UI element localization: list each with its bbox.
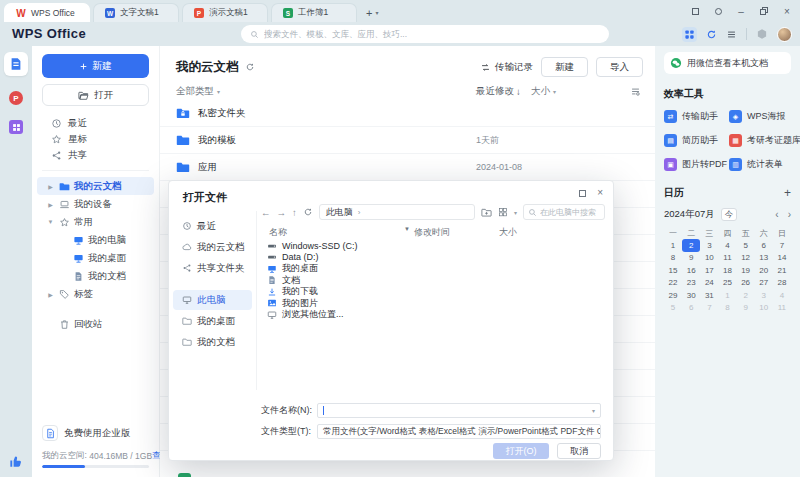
calendar-day[interactable]: 11 xyxy=(718,252,736,265)
dialog-file-row[interactable]: Windows-SSD (C:) xyxy=(261,240,605,252)
dialog-nav-my-cloud-docs[interactable]: 我的云文档 xyxy=(173,237,252,257)
hexagon-icon[interactable] xyxy=(756,28,768,40)
calendar-day[interactable]: 14 xyxy=(773,252,791,265)
calendar-day[interactable]: 3 xyxy=(755,289,773,302)
calendar-day[interactable]: 13 xyxy=(755,252,773,265)
global-search-bar[interactable] xyxy=(241,25,609,43)
dialog-nav-shared-folder[interactable]: 共享文件夹 xyxy=(173,258,252,278)
calendar-day[interactable]: 23 xyxy=(682,277,700,290)
calendar-day[interactable]: 24 xyxy=(700,277,718,290)
calendar-day[interactable]: 5 xyxy=(664,302,682,315)
tool-stats-form[interactable]: ▥统计表单 xyxy=(729,158,800,171)
tab-home[interactable]: WWPS Office xyxy=(4,3,90,22)
pdf-tools-icon[interactable]: P xyxy=(9,91,23,105)
calendar-next-button[interactable]: › xyxy=(788,209,791,220)
calendar-day[interactable]: 7 xyxy=(700,302,718,315)
dialog-maximize-button[interactable] xyxy=(579,190,586,197)
dock-window-button[interactable] xyxy=(688,4,702,18)
calendar-day[interactable]: 5 xyxy=(737,239,755,252)
calendar-day[interactable]: 2 xyxy=(682,239,700,252)
tool-exam-question-bank[interactable]: ▦考研考证题库 xyxy=(729,134,800,147)
calendar-day[interactable]: 29 xyxy=(664,289,682,302)
calendar-day[interactable]: 4 xyxy=(773,289,791,302)
close-button[interactable]: × xyxy=(780,4,794,18)
menu-icon[interactable] xyxy=(726,29,737,40)
calendar-day[interactable]: 7 xyxy=(773,239,791,252)
up-icon[interactable]: ↑ xyxy=(292,207,297,218)
sidebar-item-recent[interactable]: 最近 xyxy=(32,115,159,131)
calendar-day[interactable]: 3 xyxy=(700,239,718,252)
new-folder-icon[interactable] xyxy=(481,207,492,218)
calendar-day[interactable]: 15 xyxy=(664,264,682,277)
new-document-button[interactable]: 新建 xyxy=(42,54,149,78)
dialog-close-button[interactable]: × xyxy=(597,188,603,198)
calendar-day[interactable]: 17 xyxy=(700,264,718,277)
sidebar-item-my-cloud-docs[interactable]: ▶我的云文档 xyxy=(37,177,154,195)
back-icon[interactable]: ← xyxy=(261,207,271,218)
dialog-open-button[interactable]: 打开(O) xyxy=(493,443,549,459)
sort-size-button[interactable]: 大小▾ xyxy=(531,85,556,98)
grid-apps-icon[interactable] xyxy=(684,29,695,40)
tool-wps-poster[interactable]: ◈WPS海报 xyxy=(729,110,800,123)
dialog-file-row[interactable]: 我的桌面 xyxy=(261,263,605,275)
column-modified[interactable]: 修改时间 xyxy=(414,226,450,239)
main-import-button[interactable]: 导入 xyxy=(596,57,643,77)
column-size[interactable]: 大小 xyxy=(499,226,517,239)
new-tab-button[interactable]: + ▾ xyxy=(360,3,384,22)
tab-writer-doc[interactable]: W文字文稿1 xyxy=(93,3,179,22)
dialog-nav-this-pc[interactable]: 此电脑 xyxy=(173,290,252,310)
sidebar-item-my-desktop[interactable]: 我的桌面 xyxy=(37,249,154,267)
view-mode-icon[interactable] xyxy=(498,207,508,217)
forward-icon[interactable]: → xyxy=(277,207,287,218)
calendar-day[interactable]: 26 xyxy=(737,277,755,290)
type-filter-dropdown[interactable]: 全部类型▾ xyxy=(176,85,220,98)
open-file-button[interactable]: 打开 xyxy=(42,84,149,106)
calendar-day[interactable]: 4 xyxy=(718,239,736,252)
promo-thumb-icon[interactable] xyxy=(8,454,23,469)
table-row[interactable]: 私密文件夹 xyxy=(160,100,655,127)
column-name[interactable]: 名称 xyxy=(269,226,287,239)
calendar-day[interactable]: 31 xyxy=(700,289,718,302)
enterprise-upgrade-button[interactable]: 免费使用企业版 xyxy=(42,425,151,441)
dialog-nav-recent[interactable]: 最近 xyxy=(173,216,252,236)
sidebar-item-starred[interactable]: 星标 xyxy=(32,131,159,147)
dialog-file-row[interactable]: 浏览其他位置... xyxy=(261,309,605,321)
calendar-day[interactable]: 25 xyxy=(718,277,736,290)
calendar-day[interactable]: 28 xyxy=(773,277,791,290)
sidebar-item-my-computer[interactable]: 我的电脑 xyxy=(37,231,154,249)
tool-image-to-pdf[interactable]: ▣图片转PDF xyxy=(664,158,727,171)
calendar-day[interactable]: 9 xyxy=(682,252,700,265)
tree-arrow-icon[interactable]: ▼ xyxy=(46,219,55,225)
sidebar-item-my-documents[interactable]: 我的文档 xyxy=(37,267,154,285)
table-row[interactable]: 应用2024-01-08 xyxy=(160,154,655,181)
calendar-day[interactable]: 8 xyxy=(718,302,736,315)
calendar-day[interactable]: 1 xyxy=(718,289,736,302)
dialog-search-input[interactable] xyxy=(540,208,600,217)
calendar-day[interactable]: 27 xyxy=(755,277,773,290)
calendar-day[interactable]: 16 xyxy=(682,264,700,277)
maximize-button[interactable] xyxy=(757,4,771,18)
calendar-day[interactable]: 22 xyxy=(664,277,682,290)
calendar-day[interactable]: 9 xyxy=(737,302,755,315)
sidebar-item-shared[interactable]: 共享 xyxy=(32,147,159,163)
tree-arrow-icon[interactable]: ▶ xyxy=(46,183,55,190)
calendar-day[interactable]: 21 xyxy=(773,264,791,277)
apps-icon[interactable] xyxy=(9,120,23,134)
wechat-view-docs-button[interactable]: 用微信查看本机文档 xyxy=(664,52,791,74)
sidebar-item-trash[interactable]: 回收站 xyxy=(37,315,154,333)
calendar-add-button[interactable]: + xyxy=(784,186,791,200)
dialog-nav-my-desktop[interactable]: 我的桌面 xyxy=(173,311,252,331)
calendar-day[interactable]: 10 xyxy=(755,302,773,315)
sort-modified-button[interactable]: 最近修改 ↓ xyxy=(476,85,521,98)
tree-arrow-icon[interactable]: ▶ xyxy=(46,291,55,298)
refresh-icon[interactable] xyxy=(303,207,313,217)
calendar-day[interactable]: 18 xyxy=(718,264,736,277)
calendar-day[interactable]: 1 xyxy=(664,239,682,252)
minimize-button[interactable]: – xyxy=(734,4,748,18)
filter-settings-icon[interactable] xyxy=(630,86,641,97)
dialog-cancel-button[interactable]: 取消 xyxy=(557,443,601,459)
calendar-today-button[interactable]: 今 xyxy=(721,208,738,221)
dialog-search-box[interactable] xyxy=(523,204,605,220)
tab-spreadsheet-doc[interactable]: S工作簿1 xyxy=(271,3,357,22)
breadcrumb[interactable]: 此电脑 › xyxy=(319,204,475,220)
